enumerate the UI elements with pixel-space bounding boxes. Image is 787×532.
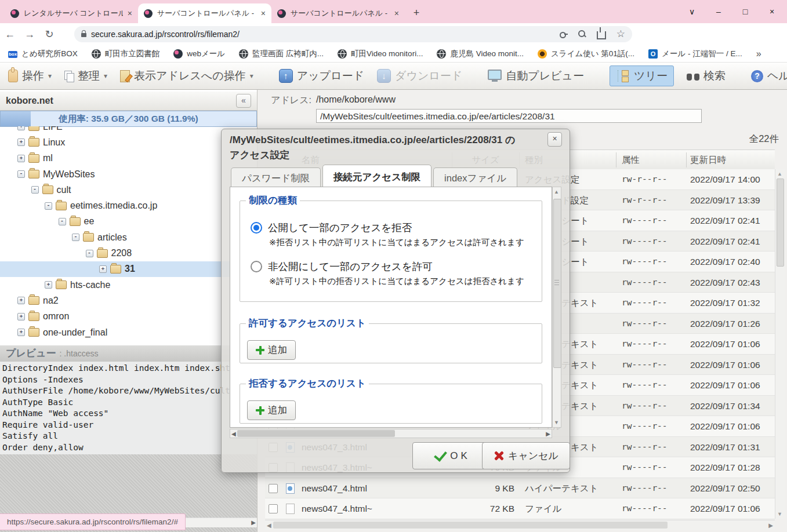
tree-item[interactable]: - articles [0, 229, 257, 245]
toolbar-button-note[interactable]: 表示アドレスへの操作▾ [120, 68, 253, 83]
scrollbar-thumb[interactable] [777, 178, 784, 267]
scroll-up-arrow-icon[interactable]: ▲ [554, 189, 559, 195]
tree-expand-toggle[interactable]: + [17, 297, 25, 304]
bookmark-item[interactable]: 鹿児島 Video monit... [437, 49, 524, 59]
scroll-left-arrow-icon[interactable]: ◀ [231, 431, 236, 437]
browser-tab[interactable]: サーバコントロールパネル - ファイルマネ... × [271, 3, 405, 23]
bookmark-item[interactable]: とめ研究所BOX [8, 49, 78, 59]
password-key-icon[interactable] [560, 30, 568, 38]
tree-item[interactable]: + Linux [0, 134, 257, 150]
column-header-attr[interactable]: 属性 [622, 150, 640, 170]
toolbar-button-pages[interactable]: 整理▾ [64, 68, 107, 83]
tab-close-icon[interactable]: × [128, 9, 132, 18]
dialog-tab[interactable]: 接続元アクセス制限 [322, 165, 431, 187]
scroll-right-arrow-icon[interactable]: ▶ [251, 519, 256, 526]
scrollbar-thumb[interactable] [273, 522, 668, 529]
tree-expand-toggle[interactable]: + [17, 313, 25, 320]
dialog-horizontal-scrollbar[interactable]: ◀ ▶ [230, 429, 552, 438]
close-icon[interactable]: × [766, 7, 778, 16]
tree-item[interactable]: + LIFE [0, 126, 257, 134]
bookmark-item[interactable]: 町田Video monitori... [338, 49, 423, 59]
tree-item[interactable]: - eetimes.itmedia.co.jp [0, 198, 257, 213]
tree-item[interactable]: + hts-cache [0, 277, 257, 293]
tree-item[interactable]: + na2 [0, 293, 257, 308]
bookmark-item[interactable]: webメール [173, 49, 225, 59]
add-deny-button[interactable]: 追加 [247, 400, 296, 420]
row-checkbox[interactable] [269, 504, 278, 513]
share-icon[interactable] [597, 31, 606, 39]
forward-icon[interactable]: → [20, 28, 39, 41]
tab-search-chevron-icon[interactable]: ∨ [686, 7, 698, 16]
toolbar-button-binoc[interactable]: 検索 [687, 68, 726, 83]
bookmark-item[interactable]: スライム使い 第01話(... [538, 49, 634, 59]
tree-expand-toggle[interactable]: + [17, 329, 25, 336]
tree-item[interactable]: - MyWebSites [0, 166, 257, 182]
column-header-date[interactable]: 更新日時 [690, 150, 726, 170]
new-tab-button[interactable]: + [408, 5, 425, 21]
scroll-left-arrow-icon[interactable]: ◀ [267, 522, 271, 529]
zoom-icon[interactable] [578, 30, 586, 38]
scroll-down-arrow-icon[interactable]: ▼ [777, 511, 782, 517]
table-row[interactable]: news047_4.html 9 KB ハイパーテキスト rw----r-- 2… [265, 478, 775, 499]
tree-item[interactable]: - ee [0, 214, 257, 229]
table-horizontal-scrollbar[interactable]: ◀ ▶ [265, 520, 775, 530]
add-allow-button[interactable]: 追加 [247, 340, 296, 360]
tree-expand-toggle[interactable]: + [99, 265, 107, 273]
toolbar-button-monitor[interactable]: 自動プレビュー [488, 68, 584, 83]
maximize-icon[interactable]: □ [739, 7, 751, 16]
dialog-tab[interactable]: パスワード制限 [231, 167, 321, 187]
tree-expand-toggle[interactable]: - [17, 170, 25, 178]
tree-expand-toggle[interactable]: + [45, 281, 52, 289]
tree-item[interactable]: + ml [0, 151, 257, 166]
scroll-right-arrow-icon[interactable]: ▶ [768, 522, 773, 529]
toolbar-button-treeicon[interactable]: ツリー [610, 65, 674, 86]
scroll-right-arrow-icon[interactable]: ▶ [546, 431, 550, 437]
current-path-input[interactable]: /MyWebSites/cult/eetimes.itmedia.co.jp/e… [316, 109, 702, 123]
bookmark-item[interactable]: 監理画面 広袴町内... [239, 49, 324, 59]
dialog-vertical-scrollbar[interactable]: ▲ ▼ [552, 187, 561, 428]
address-bar[interactable]: secure.sakura.ad.jp/rscontrol/rs/fileman… [74, 26, 632, 42]
radio-button[interactable] [251, 261, 262, 272]
tree-expand-toggle[interactable]: + [17, 139, 25, 146]
bookmark-item[interactable]: メール - 江端智一 / E... [648, 49, 742, 59]
minimize-icon[interactable]: – [713, 7, 724, 16]
browser-tab[interactable]: レンタルサーバ コントロールパネル × [5, 3, 138, 23]
browser-tab[interactable]: サーバコントロールパネル - ファイルマネ... × [138, 3, 271, 23]
radio-button[interactable] [251, 222, 262, 234]
toolbar-button-upload[interactable]: ↑アップロード [279, 68, 364, 83]
url-text[interactable]: secure.sakura.ad.jp/rscontrol/rs/fileman… [91, 30, 555, 39]
tree-expand-toggle[interactable]: - [72, 234, 79, 241]
scrollbar-thumb[interactable] [553, 199, 561, 368]
tree-expand-toggle[interactable]: + [17, 126, 25, 130]
toolbar-button-hand[interactable]: 操作▾ [8, 68, 52, 83]
tree-expand-toggle[interactable]: - [59, 218, 66, 225]
tree-item[interactable]: + 31 [0, 261, 257, 277]
tree-item[interactable]: - 2208 [0, 245, 257, 261]
collapse-sidebar-button[interactable]: « [236, 94, 251, 108]
toolbar-button-help[interactable]: ?ヘルプ▾ [751, 68, 787, 83]
tree-expand-toggle[interactable]: + [17, 155, 25, 162]
tab-close-icon[interactable]: × [394, 9, 399, 18]
table-vertical-scrollbar[interactable]: ▲ ▼ [775, 169, 785, 519]
tree-item[interactable]: + one-under_final [0, 325, 257, 340]
bookmarks-overflow-chevron[interactable]: » [756, 49, 761, 59]
row-checkbox[interactable] [269, 484, 278, 493]
bookmark-star-icon[interactable]: ☆ [616, 30, 625, 38]
tree-item[interactable]: + omron [0, 309, 257, 325]
cancel-button[interactable]: キャンセル [482, 442, 570, 469]
dialog-close-button[interactable]: × [547, 132, 562, 147]
monitor-icon [488, 70, 502, 80]
table-row[interactable]: news047_4.html~ 72 KB ファイル rw----r-- 202… [265, 498, 775, 519]
scroll-up-arrow-icon[interactable]: ▲ [777, 171, 782, 177]
dialog-tab[interactable]: indexファイル [433, 167, 517, 187]
tree-item[interactable]: - cult [0, 182, 257, 198]
back-icon[interactable]: ← [0, 28, 20, 41]
tree-expand-toggle[interactable]: - [45, 202, 52, 210]
scroll-down-arrow-icon[interactable]: ▼ [554, 420, 559, 425]
tree-expand-toggle[interactable]: - [86, 250, 93, 257]
tab-close-icon[interactable]: × [261, 9, 266, 18]
bookmark-item[interactable]: 町田市立図書館 [92, 49, 160, 59]
reload-icon[interactable]: ↻ [39, 28, 59, 41]
scrollbar-thumb[interactable] [237, 430, 395, 437]
tree-expand-toggle[interactable]: - [31, 186, 39, 194]
